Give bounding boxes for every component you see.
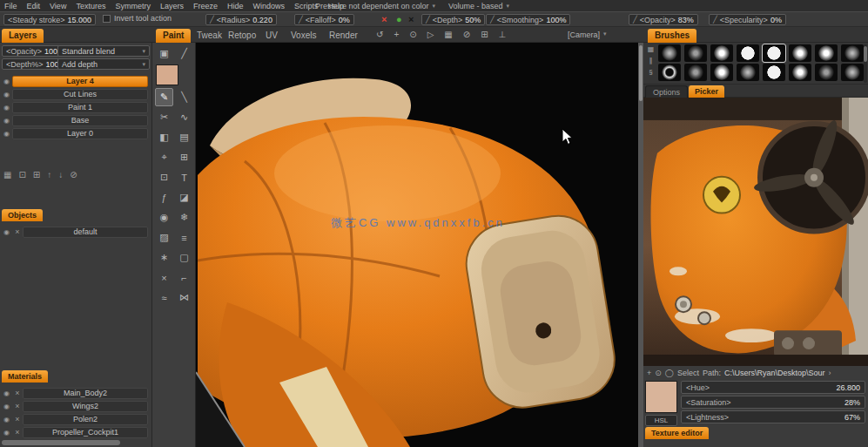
snap-grid-icon[interactable]: ⊞	[481, 30, 488, 39]
eye-icon[interactable]: ◉	[1, 117, 12, 125]
tool-icon-freeze[interactable]: ❄	[175, 208, 193, 227]
tool-icon-cross[interactable]: ×	[155, 268, 173, 287]
tab-uv[interactable]: UV	[266, 30, 278, 40]
brush-preview[interactable]	[841, 64, 864, 81]
brush-grid-icon[interactable]: ▦	[648, 45, 655, 53]
menu-hide[interactable]: Hide	[227, 2, 244, 10]
material-row[interactable]: ◉ × Wings2	[1, 400, 148, 412]
brush-preview[interactable]	[710, 44, 733, 62]
tool-icon-panel[interactable]: ▣	[155, 44, 173, 63]
tab-voxels[interactable]: Voxels	[291, 30, 316, 40]
brush-preview[interactable]	[737, 64, 759, 81]
brush-preview[interactable]	[710, 64, 733, 81]
layer-row[interactable]: ◉ Layer 4	[1, 75, 148, 87]
objects-panel-tab[interactable]: Objects	[2, 209, 43, 221]
brush-preview[interactable]	[658, 64, 681, 81]
menu-layers[interactable]: Layers	[160, 2, 184, 10]
layer-row[interactable]: ◉ Layer 0	[1, 127, 148, 139]
blend-mode-dropdown[interactable]: Standard blend ▾	[57, 45, 150, 57]
brush-preview[interactable]	[684, 64, 707, 81]
camera-dropdown[interactable]: [Camera] ▾	[568, 30, 607, 39]
eye-icon[interactable]: ◉	[1, 429, 12, 437]
material-row[interactable]: ◉ × Propeller_Cockpit1	[1, 426, 148, 438]
grid-icon[interactable]: ▦	[444, 30, 452, 39]
duplicate-layer-icon[interactable]: ⊡	[18, 170, 25, 179]
menu-symmetry[interactable]: Symmetry	[115, 2, 151, 10]
picked-color-swatch[interactable]	[645, 381, 677, 413]
steady-stroke-slider[interactable]: <Steady stroke> 15.000	[3, 14, 96, 25]
play-icon[interactable]: ▷	[427, 30, 434, 39]
tool-icon-wave[interactable]: ≈	[155, 288, 173, 307]
tool-icon-clone[interactable]: ≡	[175, 228, 193, 247]
panel-scrollbar[interactable]	[2, 440, 120, 445]
layer-row[interactable]: ◉ Cut Lines	[1, 88, 148, 100]
pan-icon[interactable]: +	[394, 30, 399, 39]
merge-layer-icon[interactable]: ⊞	[33, 170, 40, 179]
eye-icon[interactable]: ◉	[1, 104, 12, 112]
tool-icon-transform[interactable]: ⊞	[175, 148, 193, 166]
tool-icon-curve[interactable]: ƒ	[155, 188, 173, 207]
picker-reference-image[interactable]	[643, 98, 868, 366]
tool-icon-erase[interactable]: ◪	[175, 188, 193, 207]
remove-icon[interactable]: ×	[12, 389, 23, 397]
lightness-slider[interactable]: <Lightness> 67%	[681, 410, 865, 423]
specularity-slider[interactable]: ╱ <Specularity> 0%	[709, 14, 786, 25]
path-value[interactable]: C:\Users\Ryan\Desktop\Sour	[724, 369, 825, 377]
falloff-slider[interactable]: ╱ <Falloff> 0%	[294, 14, 354, 25]
brush-strip-icon[interactable]: ∥	[649, 57, 653, 64]
current-color-swatch[interactable]	[156, 64, 178, 85]
menu-view[interactable]: View	[50, 2, 66, 10]
move-down-icon[interactable]: ↓	[58, 170, 63, 179]
tool-icon-draw[interactable]: ✎	[155, 88, 173, 106]
3d-viewport[interactable]: 微艺CG www.qdnxxfb.cn	[196, 43, 638, 447]
tab-layers[interactable]: Layers	[2, 29, 44, 43]
scrollbar-thumb[interactable]	[639, 45, 643, 101]
menu-file[interactable]: File	[4, 2, 17, 10]
volume-mode-dropdown[interactable]: Volume - based ▾	[448, 0, 509, 11]
tab-options[interactable]: Options	[645, 85, 688, 98]
tool-icon-stencil[interactable]: ▨	[155, 228, 173, 247]
smoothing-slider[interactable]: ╱ <Smoothing> 100%	[486, 14, 570, 25]
tool-icon-cutoff[interactable]: ✂	[155, 108, 173, 126]
eye-icon[interactable]: ◉	[1, 403, 12, 410]
circle-icon[interactable]: ◯	[665, 369, 674, 377]
brush-preview[interactable]	[815, 64, 838, 81]
tool-icon-eye[interactable]: ◉	[155, 208, 173, 227]
add-icon[interactable]: +	[647, 369, 651, 377]
saturation-slider[interactable]: <Saturation> 28%	[681, 396, 865, 409]
brush-list-icon[interactable]: §	[649, 68, 652, 76]
brush-preview[interactable]	[684, 44, 707, 62]
tool-icon-fill[interactable]: ◧	[155, 128, 173, 146]
menu-windows[interactable]: Windows	[252, 2, 285, 10]
tab-render[interactable]: Render	[329, 30, 358, 40]
tool-icon-line[interactable]: ╲	[175, 88, 193, 106]
eye-icon[interactable]: ◉	[1, 91, 12, 98]
opacity-slider[interactable]: ╱ <Opacity> 83%	[629, 14, 698, 25]
tool-icon-text[interactable]: T	[175, 168, 193, 186]
zoom-icon[interactable]: ⊙	[409, 30, 416, 39]
color-sphere-icon[interactable]: ●	[396, 13, 402, 25]
remove-icon[interactable]: ×	[12, 227, 23, 236]
tool-icon-frame[interactable]: ▢	[175, 248, 193, 267]
tool-icon-star[interactable]: ∗	[155, 248, 173, 267]
hue-slider[interactable]: <Hue> 26.800	[681, 381, 865, 394]
new-layer-icon[interactable]: ▦	[3, 170, 11, 179]
tool-icon-copy[interactable]: ⊡	[155, 168, 173, 186]
depth-mode-dropdown[interactable]: Add depth ▾	[57, 58, 150, 70]
brush-preview[interactable]	[789, 64, 811, 81]
hsl-mode-button[interactable]: HSL	[645, 415, 677, 426]
pressure-mode-dropdown[interactable]: Pressure not dependent on color ▾	[315, 0, 435, 11]
tool-icon-bowtie[interactable]: ⋈	[175, 288, 193, 307]
tab-picker[interactable]: Picker	[689, 85, 724, 98]
zoom-icon[interactable]: ⊙	[655, 369, 662, 377]
tool-icon-pick[interactable]: ⌖	[155, 148, 173, 166]
eye-icon[interactable]: ◉	[1, 130, 12, 138]
tool-icon-angle[interactable]: ⌐	[175, 268, 193, 287]
radius-slider[interactable]: ╱ <Radius> 0.220	[205, 14, 277, 25]
tab-texture-editor[interactable]: Texture editor	[645, 427, 709, 439]
eye-icon[interactable]: ◉	[1, 78, 12, 85]
tab-retopo[interactable]: Retopo	[228, 30, 256, 40]
eye-icon[interactable]: ◉	[1, 416, 12, 423]
material-row[interactable]: ◉ × Main_Body2	[1, 387, 148, 399]
remove-icon[interactable]: ×	[12, 428, 23, 437]
